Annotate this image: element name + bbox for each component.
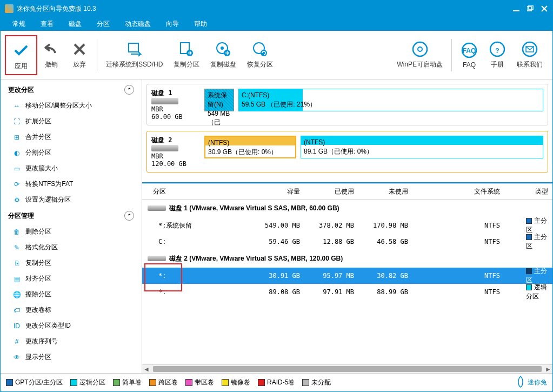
disk-box-1[interactable]: 磁盘 1 MBR 60.00 GB 系统保留(N)549 MB （已 C:(NT… [146, 84, 548, 125]
action-icon: # [12, 337, 21, 346]
action-icon: 🏷 [12, 306, 21, 315]
migrate-icon [126, 41, 143, 58]
table-row[interactable]: *:系统保留 549.00 MB 378.02 MB 170.98 MB NTF… [142, 217, 552, 234]
sidebar-item[interactable]: ID更改分区类型ID [1, 318, 142, 334]
legend-item: 镜像卷 [222, 378, 250, 387]
action-icon: ⟳ [12, 180, 21, 189]
horizontal-scrollbar[interactable]: ◄ ► [142, 364, 552, 373]
action-icon: 🌐 [12, 290, 21, 299]
partition-bar-c[interactable]: C:(NTFS)59.5 GB （已使用: 21%） [238, 89, 543, 111]
disk-header-row[interactable]: 磁盘 1 (VMware, VMware Virtual S SAS, MBR,… [142, 200, 552, 217]
maximize-button[interactable] [527, 5, 534, 12]
migrate-button[interactable]: 迁移系统到SSD/HD [101, 36, 168, 75]
disk-box-2[interactable]: 磁盘 2 MBR 120.00 GB (NTFS)30.9 GB（已使用: 0%… [146, 131, 548, 172]
sidebar-item[interactable]: ⎘复制分区 [1, 255, 142, 271]
th-type[interactable]: 类型 [504, 184, 552, 200]
menu-dynamic[interactable]: 动态磁盘 [117, 17, 158, 31]
copy-disk-icon [215, 41, 232, 58]
partition-table: 分区 容量 已使用 未使用 文件系统 类型 磁盘 1 (VMware, VMwa… [142, 183, 552, 373]
legend: GPT分区/主分区逻辑分区简单卷跨区卷带区卷镜像卷RAID-5卷未分配 迷你兔 [1, 373, 552, 391]
svg-point-17 [523, 42, 537, 56]
sidebar-item[interactable]: 👁显示分区 [1, 349, 142, 365]
winpe-button[interactable]: WinPE可启动盘 [391, 36, 448, 75]
action-icon: ▭ [12, 164, 21, 173]
faq-button[interactable]: FAQ FAQ [455, 36, 483, 75]
undo-icon [43, 41, 60, 58]
legend-item: 逻辑分区 [70, 378, 105, 387]
th-fs[interactable]: 文件系统 [412, 184, 504, 200]
minimize-button[interactable] [512, 5, 520, 12]
legend-item: 带区卷 [185, 378, 214, 387]
action-icon: ⎘ [12, 259, 21, 268]
table-row[interactable]: *: 30.91 GB 95.97 MB 30.82 GB NTFS 主分区 [142, 268, 552, 284]
sidebar-item[interactable]: ✎格式化分区 [1, 240, 142, 255]
close-button[interactable] [541, 5, 548, 12]
sidebar-item[interactable]: ⚙设置为逻辑分区 [1, 192, 142, 208]
legend-item: 未分配 [302, 378, 331, 387]
disc-icon [411, 41, 429, 58]
svg-rect-2 [529, 5, 533, 10]
svg-text:FAQ: FAQ [463, 47, 476, 55]
mail-icon [521, 41, 538, 58]
sidebar-item[interactable]: ⊞合并分区 [1, 129, 142, 145]
th-free[interactable]: 未使用 [358, 184, 412, 200]
partition-bar-selected[interactable]: (NTFS)30.9 GB（已使用: 0%） [204, 136, 296, 158]
th-name[interactable]: 分区 [142, 184, 239, 200]
app-icon [5, 4, 14, 13]
sidebar-item[interactable]: ▤对齐分区 [1, 271, 142, 287]
manual-button[interactable]: ? 手册 [483, 36, 511, 75]
discard-icon [71, 41, 88, 58]
copy-partition-button[interactable]: 复制分区 [168, 36, 205, 75]
menu-disk[interactable]: 磁盘 [61, 17, 89, 31]
menu-help[interactable]: 帮助 [186, 17, 215, 31]
action-icon: 👁 [12, 353, 21, 362]
titlebar: 迷你兔分区向导免费版 10.3 [1, 1, 552, 17]
legend-item: GPT分区/主分区 [6, 378, 63, 387]
disk-icon [151, 145, 178, 151]
help-icon: ? [489, 41, 506, 58]
action-icon: ◐ [12, 149, 21, 157]
action-icon: ▤ [12, 275, 21, 283]
menu-general[interactable]: 常规 [5, 17, 33, 31]
sidebar-item[interactable]: 🏷更改卷标 [1, 302, 142, 318]
discard-button[interactable]: 放弃 [65, 36, 94, 75]
chevron-up-icon: ⌃ [124, 211, 134, 221]
toolbar: 应用 撤销 放弃 迁移系统到SSD/HD 复制分区 复制磁盘 恢复分区 WinP… [1, 31, 552, 79]
apply-button[interactable]: 应用 [7, 37, 35, 76]
recover-button[interactable]: 恢复分区 [242, 36, 278, 75]
undo-button[interactable]: 撤销 [37, 36, 65, 75]
disk-icon [148, 205, 166, 211]
sidebar-item[interactable]: 🌐擦除分区 [1, 287, 142, 302]
action-icon: ID [12, 322, 21, 330]
partition-bar-sysres[interactable]: 系统保留(N)549 MB （已 [204, 89, 234, 111]
sidebar-item[interactable]: ▭更改簇大小 [1, 161, 142, 176]
sidebar-item[interactable]: #更改序列号 [1, 334, 142, 349]
table-row[interactable]: C: 59.46 GB 12.88 GB 46.58 GB NTFS 主分区 [142, 234, 552, 250]
action-icon: ⚙ [12, 196, 21, 204]
legend-item: 简单卷 [113, 378, 142, 387]
sidebar-section-manage[interactable]: 分区管理 ⌃ [1, 208, 142, 224]
partition-bar-logical[interactable]: (NTFS)89.1 GB（已使用: 0%） [301, 136, 543, 158]
menu-partition[interactable]: 分区 [89, 17, 117, 31]
sidebar-item[interactable]: ⟳转换NTFS为FAT [1, 176, 142, 192]
menu-view[interactable]: 查看 [33, 17, 61, 31]
menu-wizard[interactable]: 向导 [158, 17, 186, 31]
svg-rect-3 [129, 43, 138, 52]
sidebar-item[interactable]: 🗑删除分区 [1, 224, 142, 240]
sidebar-section-modify[interactable]: 更改分区 ⌃ [1, 82, 142, 98]
action-icon: ✎ [12, 243, 21, 252]
copy-partition-icon [178, 41, 195, 58]
action-icon: 🗑 [12, 228, 21, 236]
th-used[interactable]: 已使用 [304, 184, 358, 200]
disk-header-row[interactable]: 磁盘 2 (VMware, VMware Virtual S SAS, MBR,… [142, 250, 552, 268]
sidebar-item[interactable]: ◐分割分区 [1, 145, 142, 161]
table-row[interactable]: *: 89.08 GB 97.91 MB 88.99 GB NTFS 逻辑分区 [142, 284, 552, 300]
contact-button[interactable]: 联系我们 [511, 36, 548, 75]
action-icon: ↔ [12, 102, 21, 110]
sidebar-item[interactable]: ⛶扩展分区 [1, 114, 142, 129]
copy-disk-button[interactable]: 复制磁盘 [205, 36, 242, 75]
faq-icon: FAQ [461, 42, 478, 59]
th-cap[interactable]: 容量 [239, 184, 304, 200]
svg-point-11 [413, 42, 427, 56]
sidebar-item[interactable]: ↔移动分区/调整分区大小 [1, 98, 142, 114]
